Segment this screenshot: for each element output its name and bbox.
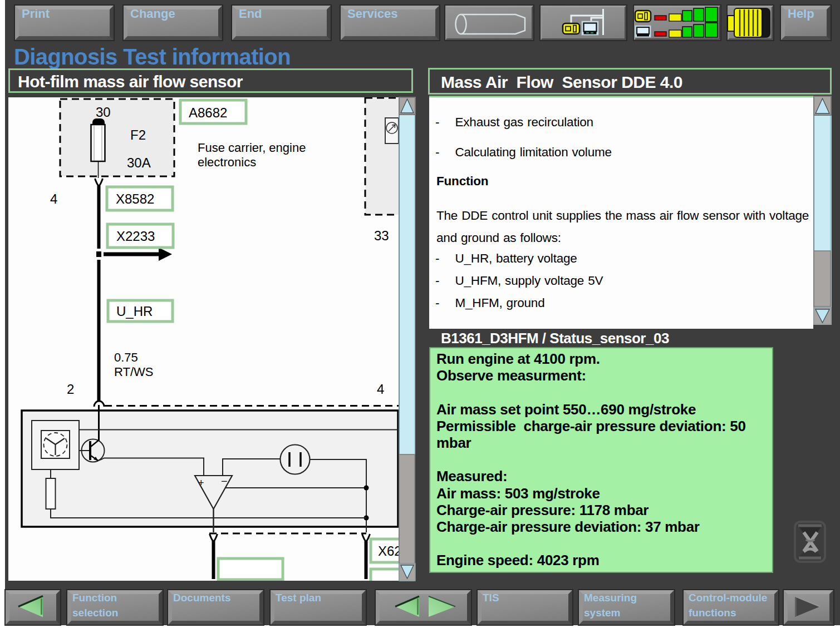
svg-text:−: −: [221, 475, 228, 487]
svg-text:X8582: X8582: [116, 191, 154, 206]
svg-text:A8682: A8682: [189, 105, 227, 120]
svg-text:0.75: 0.75: [114, 350, 138, 364]
svg-text:X622: X622: [378, 543, 399, 558]
svg-text:Fuse carrier, engine: Fuse carrier, engine: [198, 141, 306, 155]
svg-text:+: +: [198, 477, 204, 488]
svg-text:X2233: X2233: [116, 229, 155, 244]
svg-text:RT/WS: RT/WS: [114, 365, 153, 379]
svg-text:2: 2: [67, 382, 74, 397]
svg-text:4: 4: [377, 382, 384, 397]
svg-text:33: 33: [374, 228, 389, 243]
svg-text:F2: F2: [130, 127, 146, 142]
svg-text:electronics: electronics: [198, 155, 256, 169]
svg-text:30A: 30A: [127, 155, 151, 170]
svg-text:30: 30: [96, 105, 111, 120]
svg-text:U_HR: U_HR: [116, 304, 153, 319]
svg-text:4: 4: [50, 191, 57, 206]
